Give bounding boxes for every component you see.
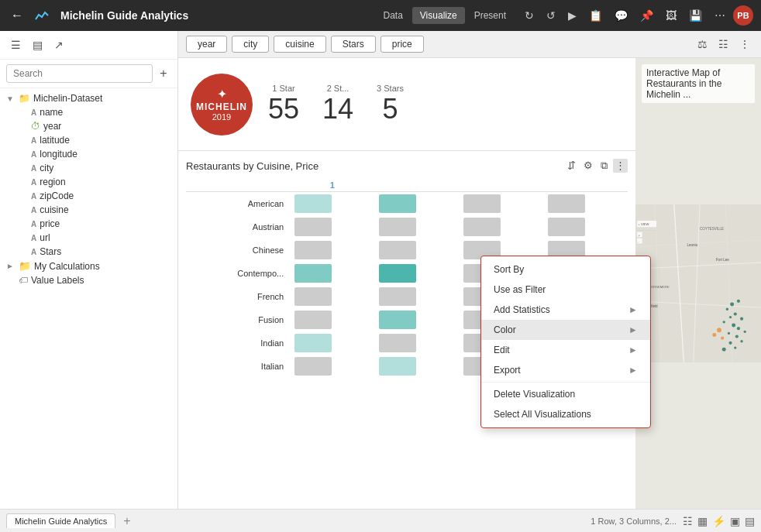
value-labels-item[interactable]: 🏷 Value Labels xyxy=(0,273,177,287)
pill-price[interactable]: price xyxy=(380,36,424,53)
tab-add-btn[interactable]: + xyxy=(120,514,133,528)
menu-use-as-filter[interactable]: Use as Filter xyxy=(481,280,650,300)
sidebar-trend-icon[interactable]: ↗ xyxy=(50,36,68,54)
svg-point-19 xyxy=(729,316,732,318)
tree-field-region[interactable]: A region xyxy=(12,175,177,189)
tree-field-zipcode[interactable]: A zipCode xyxy=(12,189,177,203)
tree-field-name[interactable]: A name xyxy=(12,105,177,119)
redo-btn[interactable]: ↺ xyxy=(542,8,560,23)
copy-btn[interactable]: 📋 xyxy=(584,8,607,23)
nav-present[interactable]: Present xyxy=(467,7,514,24)
tree-field-url[interactable]: A url xyxy=(12,231,177,245)
menu-add-statistics[interactable]: Add Statistics ► xyxy=(481,300,650,320)
map-title: Interactive Map of Restaurants in the Mi… xyxy=(642,64,755,103)
more-dots-icon[interactable]: ⋮ xyxy=(736,36,753,52)
heat-cell[interactable] xyxy=(290,215,374,239)
menu-export[interactable]: Export ► xyxy=(481,360,650,380)
svg-point-30 xyxy=(740,340,742,342)
heat-cell[interactable] xyxy=(290,331,374,355)
pin-btn[interactable]: 📌 xyxy=(635,8,658,23)
settings-btn[interactable]: ⚙ xyxy=(581,159,595,173)
menu-delete[interactable]: Delete Visualization xyxy=(481,384,650,404)
nav-data[interactable]: Data xyxy=(375,7,410,24)
menu-edit[interactable]: Edit ► xyxy=(481,340,650,360)
menu-select-all[interactable]: Select All Visualizations xyxy=(481,404,650,424)
heat-cell[interactable] xyxy=(459,215,543,239)
tree-field-price[interactable]: A price xyxy=(12,217,177,231)
sidebar-chart-icon[interactable]: ▤ xyxy=(28,36,46,54)
field-lat-label: latitude xyxy=(40,135,70,146)
expand-icon: ▼ xyxy=(6,94,15,103)
sort-btn[interactable]: ⇵ xyxy=(565,159,578,173)
tab-michelin[interactable]: Michelin Guide Analytics xyxy=(6,513,115,528)
heat-cell[interactable] xyxy=(374,308,459,331)
back-icon[interactable]: ← xyxy=(8,6,26,25)
tree-group: A name ⏱ year A latitude A longitude xyxy=(0,105,177,259)
heat-cell[interactable] xyxy=(290,355,374,378)
pill-city[interactable]: city xyxy=(232,36,269,53)
heat-cell[interactable] xyxy=(374,285,459,308)
heat-cell[interactable] xyxy=(543,192,628,216)
app-title: Michelin Guide Analytics xyxy=(60,9,369,22)
more-btn[interactable]: ⋯ xyxy=(710,8,730,23)
context-menu: Sort By Use as Filter Add Statistics ► C… xyxy=(480,256,651,428)
tree-field-latitude[interactable]: A latitude xyxy=(12,133,177,147)
search-add-btn[interactable]: + xyxy=(156,66,171,81)
lightning-icon[interactable]: ⚡ xyxy=(712,515,725,527)
heat-cell[interactable] xyxy=(290,192,374,216)
heat-cell[interactable] xyxy=(374,262,459,285)
comment-btn[interactable]: 💬 xyxy=(610,8,632,23)
heat-cell[interactable] xyxy=(290,262,374,285)
tree-field-longitude[interactable]: A longitude xyxy=(12,147,177,161)
tree-field-year[interactable]: ⏱ year xyxy=(12,119,177,133)
my-calculations-folder[interactable]: ► 📁 My Calculations xyxy=(0,259,177,273)
heat-cell[interactable] xyxy=(374,192,459,216)
expand-btn[interactable]: ⧉ xyxy=(598,159,610,173)
topbar-controls: ↻ ↺ ▶ 📋 💬 📌 🖼 💾 ⋯ PB xyxy=(520,5,753,26)
svg-text:Leonia: Leonia xyxy=(687,243,697,247)
svg-marker-1 xyxy=(635,204,761,362)
tree-field-city[interactable]: A city xyxy=(12,161,177,175)
grid-icon[interactable]: ☷ xyxy=(715,36,732,52)
heat-cell[interactable] xyxy=(543,215,628,239)
heat-cell[interactable] xyxy=(459,192,543,216)
heat-cell[interactable] xyxy=(290,285,374,308)
row-label: French xyxy=(186,285,290,308)
heat-cell[interactable] xyxy=(290,308,374,331)
table-view-icon[interactable]: ☷ xyxy=(683,515,693,527)
heat-cell[interactable] xyxy=(374,355,459,378)
undo-btn[interactable]: ↻ xyxy=(520,8,539,23)
heat-cell[interactable] xyxy=(374,215,459,239)
chart-title: Restaurants by Cuisine, Price xyxy=(186,160,560,172)
pill-stars[interactable]: Stars xyxy=(331,36,376,53)
layout-fit-icon[interactable]: ▣ xyxy=(730,515,740,527)
grid-view-icon[interactable]: ▦ xyxy=(697,515,708,527)
sidebar-table-icon[interactable]: ☰ xyxy=(6,36,25,54)
kpi-1star-label: 1 Star xyxy=(272,84,294,93)
table-row: Austrian xyxy=(186,215,628,239)
menu-color[interactable]: Color ► xyxy=(481,320,650,340)
dataset-label: Michelin-Dataset xyxy=(33,93,102,104)
heat-cell[interactable] xyxy=(374,331,459,355)
chart-toolbar: ⇵ ⚙ ⧉ ⋮ xyxy=(565,159,628,173)
chart-header: Restaurants by Cuisine, Price ⇵ ⚙ ⧉ ⋮ xyxy=(186,159,628,173)
search-input[interactable] xyxy=(6,64,153,83)
heat-cell[interactable] xyxy=(290,239,374,262)
svg-point-27 xyxy=(717,328,721,332)
tree-field-stars[interactable]: A Stars xyxy=(12,245,177,259)
tree-field-cuisine[interactable]: A cuisine xyxy=(12,203,177,217)
menu-sort-by[interactable]: Sort By xyxy=(481,259,650,280)
avatar[interactable]: PB xyxy=(733,5,753,26)
export-btn[interactable]: 💾 xyxy=(684,8,707,23)
heat-cell[interactable] xyxy=(374,239,459,262)
filter-icon[interactable]: ⚖ xyxy=(694,36,711,52)
play-btn[interactable]: ▶ xyxy=(563,8,581,23)
pill-year[interactable]: year xyxy=(186,36,227,53)
nav-visualize[interactable]: Visualize xyxy=(412,7,465,24)
string-icon-region: A xyxy=(31,178,36,187)
image-btn[interactable]: 🖼 xyxy=(661,8,681,23)
pill-cuisine[interactable]: cuisine xyxy=(274,36,325,53)
tree-dataset-root[interactable]: ▼ 📁 Michelin-Dataset xyxy=(0,91,177,105)
dots-btn[interactable]: ⋮ xyxy=(613,159,628,173)
layout-expand-icon[interactable]: ▤ xyxy=(745,515,755,527)
